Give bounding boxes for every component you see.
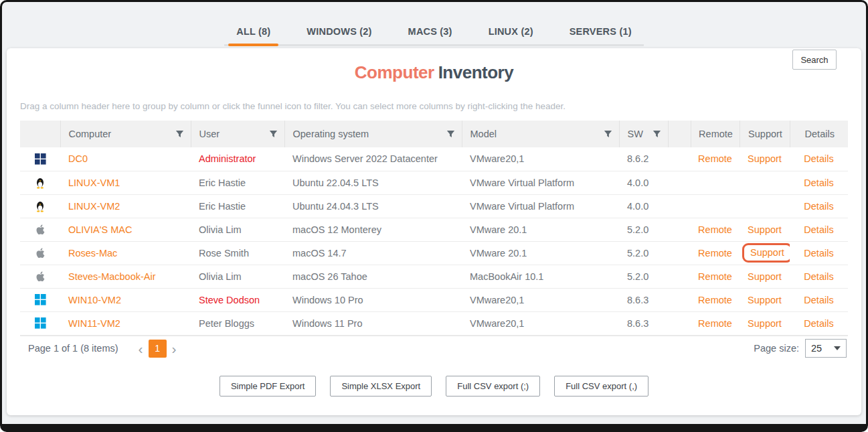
page-title-rest: Inventory xyxy=(438,62,514,82)
spacer-cell xyxy=(668,288,691,311)
tab-bar: ALL (8) WINDOWS (2) MACS (3) LINUX (2) S… xyxy=(2,2,866,46)
tab-all[interactable]: ALL (8) xyxy=(235,19,272,44)
support-link[interactable]: Support xyxy=(748,295,782,305)
os-name: macOS 12 Monterey xyxy=(292,224,381,235)
computer-link[interactable]: Roses-Mac xyxy=(68,248,117,259)
spacer-cell xyxy=(668,218,691,241)
filter-funnel-icon[interactable] xyxy=(446,130,455,139)
support-link[interactable]: Support xyxy=(742,243,790,263)
page-1-button[interactable]: 1 xyxy=(149,340,167,358)
export-toolbar: Simple PDF Export Simple XLSX Export Ful… xyxy=(20,376,848,397)
computer-link[interactable]: LINUX-VM2 xyxy=(68,201,120,212)
tab-windows[interactable]: WINDOWS (2) xyxy=(305,19,373,44)
page-title: ComputerInventory xyxy=(20,62,848,83)
remote-link[interactable]: Remote xyxy=(698,271,732,282)
search-button[interactable]: Search xyxy=(792,50,837,70)
computer-link[interactable]: WIN11-VM2 xyxy=(68,318,120,329)
table-row: Steves-Macbook-Air Olivia Lim macOS 26 T… xyxy=(20,265,848,288)
spacer-cell xyxy=(668,241,691,265)
details-link[interactable]: Details xyxy=(804,318,833,329)
next-page-icon[interactable]: › xyxy=(167,342,182,356)
previous-page-icon[interactable]: ‹ xyxy=(133,342,149,356)
filter-funnel-icon[interactable] xyxy=(175,130,184,139)
details-link[interactable]: Details xyxy=(804,271,833,282)
column-label: Details xyxy=(805,129,835,139)
page-title-accent: Computer xyxy=(355,62,434,82)
model-text: VMware20,1 xyxy=(470,153,524,164)
model-text: VMware20,1 xyxy=(470,318,524,329)
column-label: SW xyxy=(628,129,643,139)
simple-pdf-export-button[interactable]: Simple PDF Export xyxy=(220,376,317,397)
user-name: Steve Dodson xyxy=(199,295,260,305)
os-name: macOS 14.7 xyxy=(292,248,347,259)
remote-link[interactable]: Remote xyxy=(698,224,732,235)
computer-link[interactable]: LINUX-VM1 xyxy=(68,177,120,188)
user-name: Olivia Lim xyxy=(199,224,242,235)
column-header-icon xyxy=(20,121,60,147)
spacer-cell xyxy=(668,265,691,288)
sw-version: 5.2.0 xyxy=(627,248,648,259)
support-link[interactable]: Support xyxy=(748,224,782,235)
computer-link[interactable]: Steves-Macbook-Air xyxy=(68,271,156,282)
tab-servers[interactable]: SERVERS (1) xyxy=(568,19,633,44)
app-window: ALL (8) WINDOWS (2) MACS (3) LINUX (2) S… xyxy=(0,0,868,432)
column-header-model[interactable]: Model xyxy=(462,121,619,147)
pagination-summary: Page 1 of 1 (8 items) xyxy=(28,343,118,354)
support-link[interactable]: Support xyxy=(748,318,782,329)
column-header-support: Support xyxy=(740,121,790,147)
full-csv-semicolon-export-button[interactable]: Full CSV export (;) xyxy=(446,376,540,397)
filter-funnel-icon[interactable] xyxy=(604,130,612,139)
column-header-spacer xyxy=(668,121,691,147)
page-size-label: Page size: xyxy=(754,343,799,354)
sw-version: 4.0.0 xyxy=(627,201,648,212)
dropdown-caret-icon xyxy=(834,346,841,350)
sw-version: 4.0.0 xyxy=(627,177,648,188)
tab-macs[interactable]: MACS (3) xyxy=(407,19,454,44)
table-row: WIN10-VM2 Steve Dodson Windows 10 Pro VM… xyxy=(20,288,848,311)
os-name: Ubuntu 24.04.3 LTS xyxy=(292,201,379,212)
details-link[interactable]: Details xyxy=(804,201,833,212)
details-link[interactable]: Details xyxy=(804,153,833,164)
details-link[interactable]: Details xyxy=(804,248,833,259)
page-size-select[interactable]: 25 xyxy=(805,339,847,358)
table-row: DC0 Administrator Windows Server 2022 Da… xyxy=(20,147,848,171)
sw-version: 8.6.3 xyxy=(627,318,648,329)
simple-xlsx-export-button[interactable]: Simple XLSX Export xyxy=(330,376,432,397)
details-link[interactable]: Details xyxy=(804,224,833,235)
remote-link[interactable]: Remote xyxy=(698,153,732,164)
support-link[interactable]: Support xyxy=(748,271,782,282)
group-by-hint: Drag a column header here to group by co… xyxy=(20,101,848,111)
user-name: Olivia Lim xyxy=(199,271,242,282)
page-size-value: 25 xyxy=(811,343,822,354)
column-header-operating-system[interactable]: Operating system xyxy=(284,121,462,147)
details-link[interactable]: Details xyxy=(804,177,833,188)
remote-link[interactable]: Remote xyxy=(698,248,732,259)
sw-version: 5.2.0 xyxy=(627,224,648,235)
column-header-computer[interactable]: Computer xyxy=(60,121,191,147)
column-header-user[interactable]: User xyxy=(191,121,284,147)
column-label: Computer xyxy=(69,129,112,139)
table-row: WIN11-VM2 Peter Bloggs Windows 11 Pro VM… xyxy=(20,311,848,335)
computer-link[interactable]: DC0 xyxy=(68,153,88,164)
user-name: Administrator xyxy=(199,153,256,164)
os-name: Windows Server 2022 Datacenter xyxy=(292,153,438,164)
filter-funnel-icon[interactable] xyxy=(653,130,661,139)
support-link[interactable]: Support xyxy=(748,153,782,164)
column-header-details: Details xyxy=(790,121,848,147)
full-csv-comma-export-button[interactable]: Full CSV export (,) xyxy=(554,376,648,397)
filter-funnel-icon[interactable] xyxy=(269,130,278,139)
computer-link[interactable]: OLIVIA'S MAC xyxy=(68,224,132,235)
remote-link[interactable]: Remote xyxy=(698,295,732,305)
remote-link[interactable]: Remote xyxy=(698,318,732,329)
column-label: Operating system xyxy=(293,129,369,139)
model-text: VMware Virtual Platform xyxy=(470,201,574,212)
details-link[interactable]: Details xyxy=(804,295,833,305)
column-label: Support xyxy=(748,129,782,139)
table-row: LINUX-VM1 Eric Hastie Ubuntu 22.04.5 LTS… xyxy=(20,171,848,194)
column-header-sw[interactable]: SW xyxy=(619,121,668,147)
computer-link[interactable]: WIN10-VM2 xyxy=(68,295,121,305)
linux-penguin-icon xyxy=(35,176,46,187)
tab-linux[interactable]: LINUX (2) xyxy=(487,19,535,44)
column-header-remote: Remote xyxy=(691,121,740,147)
inventory-table: Computer User Operating system Model xyxy=(20,121,848,336)
